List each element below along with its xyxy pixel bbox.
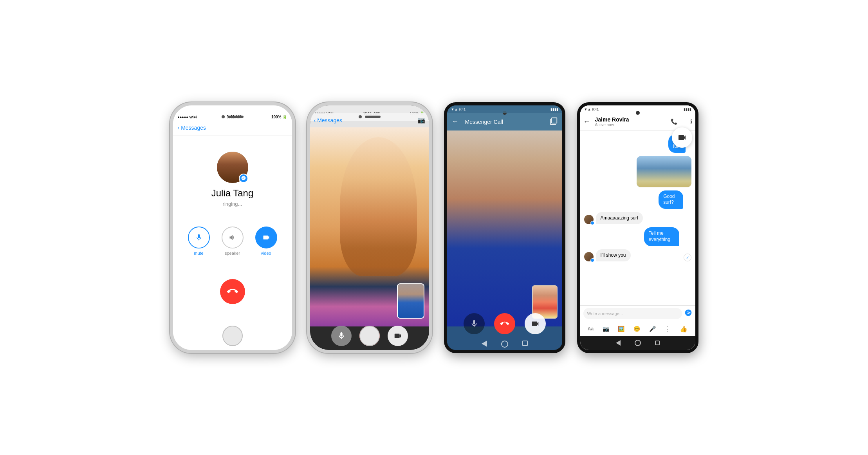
call-status: ringing... [223, 201, 242, 207]
toolbar-text[interactable]: Aa [588, 326, 594, 332]
seen-indicator: ✓ [684, 254, 691, 261]
msg-amazing: Amaaaaazing surf [584, 212, 691, 225]
mute-circle [188, 227, 210, 248]
speaker-label: speaker [225, 251, 240, 256]
contact-name: Jaime Rovira [595, 116, 629, 123]
chevron-left-icon: ‹ [178, 125, 180, 131]
contact-status: Active now [595, 123, 629, 127]
input-placeholder: Write a message... [587, 311, 623, 316]
phone-2-iphone: ●●●●● WiFi 9:41 AM 100% 🔋 ‹ Messages 📷 [307, 102, 432, 353]
video-label: video [261, 251, 271, 256]
android4-back-btn[interactable] [616, 340, 621, 346]
video-btn[interactable]: video [255, 227, 277, 256]
p4-screen: ▼▲ 9:41 ▮▮▮▮ ← Jaime Rovira Active now 📞… [580, 105, 695, 350]
speaker-circle [222, 227, 244, 248]
mute-label: mute [194, 251, 203, 256]
p4-info-icon[interactable]: ℹ [690, 118, 692, 125]
p3-video-btn[interactable] [525, 313, 546, 334]
p4-chat-area: So fun Good surf? Am [580, 131, 695, 305]
android4-home-btn[interactable] [635, 340, 641, 346]
p3-info-icon[interactable] [550, 117, 558, 127]
android3-back-btn[interactable] [482, 341, 487, 347]
end-call-button[interactable] [220, 279, 245, 304]
bubble-show-you: I'll show you [596, 249, 631, 262]
toolbar-like[interactable]: 👍 [680, 325, 688, 333]
toolbar-camera[interactable]: 📷 [603, 326, 609, 332]
toolbar-mic[interactable]: 🎤 [649, 326, 656, 332]
p3-mute-btn[interactable] [464, 313, 485, 334]
p2-pip [397, 283, 424, 319]
bubble-good-surf: Good surf? [659, 190, 683, 209]
speaker-bar [228, 116, 244, 118]
bubble-tell-me: Tell me everything [644, 227, 680, 246]
p3-back-btn[interactable]: ← [452, 118, 459, 126]
iphone2-home-btn[interactable] [359, 326, 380, 346]
toolbar-image[interactable]: 🖼️ [618, 326, 624, 332]
p4-android-nav [580, 336, 695, 350]
p1-body: Julia Tang ringing... mute [173, 136, 292, 350]
p4-phone-icon[interactable]: 📞 [671, 118, 677, 125]
camera-dot [222, 115, 225, 118]
android3-home-btn[interactable] [501, 341, 508, 348]
photo-bubble [637, 156, 691, 187]
android4-camera [636, 111, 640, 115]
contact-info: Jaime Rovira Active now [595, 116, 629, 127]
p2-mute-btn[interactable] [331, 326, 352, 346]
p3-top-bar: ← Messenger Call [447, 113, 562, 131]
bubble-amazing: Amaaaaazing surf [596, 212, 643, 225]
p3-controls [447, 313, 562, 334]
p3-end-call-btn[interactable] [494, 313, 515, 334]
msg-badge-1 [590, 221, 594, 225]
android3-recents-btn[interactable] [522, 341, 528, 346]
call-controls: mute speaker [188, 227, 277, 256]
status-bar-3: ▼▲ 9:41 ▮▮▮▮ [447, 105, 562, 113]
iphone1-top [173, 105, 292, 125]
iphone1-home-btn[interactable] [222, 326, 243, 346]
p4-input-bar: Write a message... [580, 305, 695, 322]
msg-badge-2 [590, 258, 594, 262]
iphone2-top [310, 105, 429, 125]
toolbar-emoji[interactable]: 😊 [633, 326, 640, 332]
back-label-1: Messages [181, 125, 206, 131]
p2-video-btn[interactable] [388, 326, 408, 346]
p3-title: Messenger Call [465, 119, 547, 125]
speaker-bar-2 [365, 116, 381, 118]
caller-name: Julia Tang [211, 188, 254, 199]
msg-show-you: I'll show you ✓ [584, 249, 691, 262]
msg-good-surf: Good surf? [659, 190, 691, 209]
p4-back-btn[interactable]: ← [583, 118, 590, 126]
back-button-1[interactable]: ‹ Messages [178, 125, 206, 131]
p3-android-nav [447, 341, 562, 348]
p4-video-fab[interactable] [672, 127, 692, 148]
chat-avatar-2 [584, 252, 594, 261]
phone-4-android: ▼▲ 9:41 ▮▮▮▮ ← Jaime Rovira Active now 📞… [577, 102, 698, 353]
chat-avatar-1 [584, 215, 594, 224]
phones-container: ●●●●● WiFi 9:41 AM 100% 🔋 ‹ Messages [154, 87, 714, 369]
message-input[interactable]: Write a message... [583, 308, 682, 319]
android4-recents-btn[interactable] [655, 341, 660, 345]
caller-avatar-container [217, 152, 248, 183]
phone-1-iphone: ●●●●● WiFi 9:41 AM 100% 🔋 ‹ Messages [170, 102, 295, 353]
send-icon[interactable] [684, 309, 692, 319]
messenger-badge [239, 174, 248, 183]
speaker-btn[interactable]: speaker [222, 227, 244, 256]
phone-3-android: ▼▲ 9:41 ▮▮▮▮ ← Messenger Call [444, 102, 565, 353]
video-circle [255, 227, 277, 248]
mute-btn[interactable]: mute [188, 227, 210, 256]
p4-toolbar: Aa 📷 🖼️ 😊 🎤 ⋮ 👍 [580, 322, 695, 336]
msg-tell-me: Tell me everything [644, 227, 691, 246]
toolbar-more[interactable]: ⋮ [664, 325, 671, 333]
camera-dot-2 [359, 115, 362, 118]
p2-video-screen: ●●●●● WiFi 9:41 AM 100% 🔋 ‹ Messages 📷 [310, 105, 429, 350]
p4-header-icons: 📞 📹 ℹ [671, 118, 692, 125]
p3-video-screen: ▼▲ 9:41 ▮▮▮▮ ← Messenger Call [447, 105, 562, 350]
